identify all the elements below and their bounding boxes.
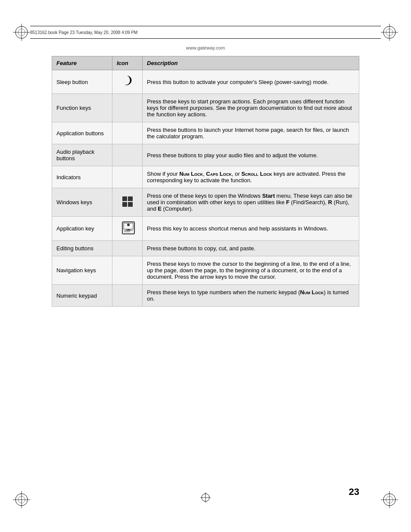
feature-icon-cell <box>112 70 143 94</box>
appkey-icon <box>121 221 134 233</box>
feature-icon-cell <box>112 256 143 285</box>
feature-description: Press this key to access shortcut menus … <box>143 217 359 241</box>
feature-icon-cell <box>112 144 143 166</box>
col-header-feature: Feature <box>52 56 112 70</box>
corner-mark-bl <box>13 491 30 508</box>
feature-label: Sleep button <box>52 70 112 94</box>
num-lock-keypad-text: Num Lock <box>300 289 324 296</box>
table-row: Navigation keys Press these keys to move… <box>52 256 359 285</box>
svg-point-22 <box>127 224 130 226</box>
feature-label: Numeric keypad <box>52 285 112 307</box>
num-lock-text: Num Lock <box>179 171 203 177</box>
table-row: Editing buttons Press these buttons to c… <box>52 241 359 256</box>
feature-label: Windows keys <box>52 188 112 217</box>
r-key-bold: R <box>328 199 332 205</box>
col-header-icon: Icon <box>112 56 143 70</box>
sleep-icon <box>121 75 134 89</box>
feature-description: Press these keys to start program action… <box>143 94 359 122</box>
windows-icon <box>121 196 134 208</box>
feature-icon-cell <box>112 241 143 256</box>
table-row: Sleep button Press this button to activa… <box>52 70 359 94</box>
table-row: Indicators Show if your Num Lock, Caps L… <box>52 166 359 188</box>
header-text: 8513162.book Page 23 Tuesday, May 20, 20… <box>30 30 137 35</box>
feature-table: Feature Icon Description Sleep button Pr… <box>52 56 359 307</box>
caps-lock-text: Caps Lock <box>206 171 231 177</box>
feature-icon-cell <box>112 94 143 122</box>
page-number: 23 <box>349 486 359 498</box>
feature-label: Application buttons <box>52 122 112 144</box>
feature-label: Function keys <box>52 94 112 122</box>
feature-description: Press these buttons to launch your Inter… <box>143 122 359 144</box>
feature-label: Navigation keys <box>52 256 112 285</box>
header-bar: 8513162.book Page 23 Tuesday, May 20, 20… <box>30 26 381 39</box>
url-text: www.gateway.com <box>186 45 225 50</box>
svg-rect-18 <box>122 202 127 207</box>
bottom-center-cross <box>200 492 211 504</box>
feature-icon-cell <box>112 217 143 241</box>
feature-description: Show if your Num Lock, Caps Lock, or Scr… <box>143 166 359 188</box>
svg-rect-16 <box>122 196 127 201</box>
feature-icon-cell <box>112 285 143 307</box>
svg-rect-17 <box>128 196 133 201</box>
url-line: www.gateway.com <box>0 45 411 50</box>
feature-label: Indicators <box>52 166 112 188</box>
table-row: Windows keys <box>52 188 359 217</box>
corner-mark-tr <box>381 24 398 41</box>
start-bold: Start <box>262 193 275 199</box>
feature-description: Press this button to activate your compu… <box>143 70 359 94</box>
feature-label: Editing buttons <box>52 241 112 256</box>
feature-description: Press these buttons to play your audio f… <box>143 144 359 166</box>
table-row: Numeric keypad Press these keys to type … <box>52 285 359 307</box>
feature-icon-cell <box>112 166 143 188</box>
table-row: Application buttons Press these buttons … <box>52 122 359 144</box>
table-header-row: Feature Icon Description <box>52 56 359 70</box>
main-content: Feature Icon Description Sleep button Pr… <box>52 56 359 307</box>
col-header-description: Description <box>143 56 359 70</box>
table-row: Application key <box>52 217 359 241</box>
table-row: Function keys Press these keys to start … <box>52 94 359 122</box>
feature-icon-cell <box>112 122 143 144</box>
feature-icon-cell <box>112 188 143 217</box>
corner-mark-br <box>381 491 398 508</box>
feature-description: Press these keys to move the cursor to t… <box>143 256 359 285</box>
feature-description: Press these buttons to copy, cut, and pa… <box>143 241 359 256</box>
table-row: Audio playback buttons Press these butto… <box>52 144 359 166</box>
corner-mark-tl <box>13 24 30 41</box>
feature-description: Press these keys to type numbers when th… <box>143 285 359 307</box>
svg-rect-19 <box>128 202 133 207</box>
e-key-bold: E <box>158 205 162 212</box>
f-key-bold: F <box>286 199 290 205</box>
feature-label: Application key <box>52 217 112 241</box>
feature-description: Press one of these keys to open the Wind… <box>143 188 359 217</box>
scroll-lock-text: Scroll Lock <box>241 171 272 177</box>
feature-label: Audio playback buttons <box>52 144 112 166</box>
